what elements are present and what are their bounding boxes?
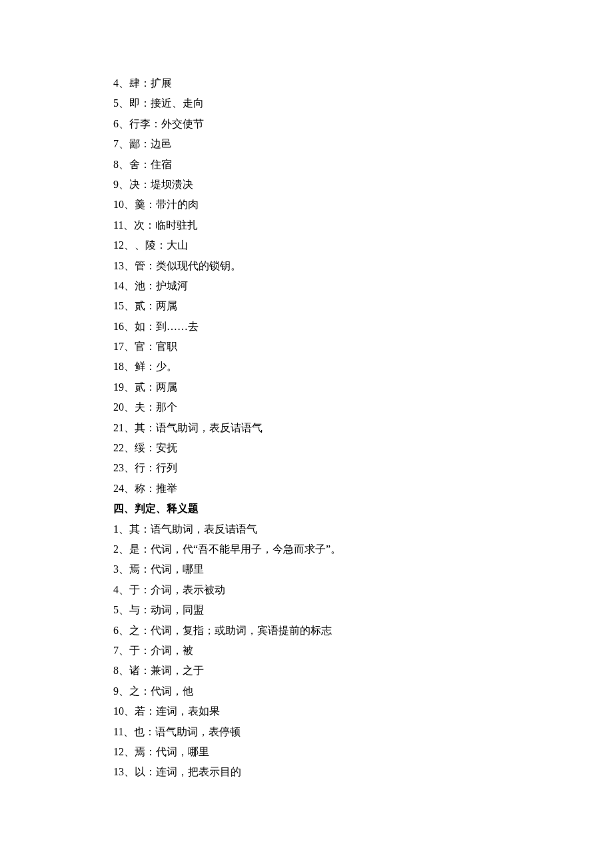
- list-item: 14、池：护城河: [113, 276, 513, 296]
- list-item: 24、称：推举: [113, 479, 513, 499]
- list-item: 23、行：行列: [113, 458, 513, 478]
- list-item: 20、夫：那个: [113, 397, 513, 417]
- list-item: 19、贰：两属: [113, 377, 513, 397]
- list-item: 9、决：堤坝溃决: [113, 175, 513, 195]
- list-item: 21、其：语气助词，表反诘语气: [113, 418, 513, 438]
- list-item: 11、次：临时驻扎: [113, 215, 513, 235]
- list-item: 8、舍：住宿: [113, 155, 513, 175]
- list-item: 2、是：代词，代“吾不能早用子，今急而求子”。: [113, 539, 513, 559]
- section-heading: 四、判定、释义题: [113, 499, 513, 519]
- list-item: 10、若：连词，表如果: [113, 701, 513, 721]
- list-item: 18、鲜：少。: [113, 357, 513, 377]
- list-item: 1、其：语气助词，表反诘语气: [113, 519, 513, 539]
- list-item: 9、之：代词，他: [113, 681, 513, 701]
- list-item: 5、即：接近、走向: [113, 93, 513, 113]
- list-item: 5、与：动词，同盟: [113, 600, 513, 620]
- list-item: 4、肆：扩展: [113, 73, 513, 93]
- list-item: 12、焉：代词，哪里: [113, 742, 513, 762]
- list-item: 11、也：语气助词，表停顿: [113, 722, 513, 742]
- list-item: 6、之：代词，复指；或助词，宾语提前的标志: [113, 621, 513, 641]
- list-item: 3、焉：代词，哪里: [113, 559, 513, 579]
- list-item: 13、以：连词，把表示目的: [113, 762, 513, 782]
- list-item: 8、诸：兼词，之于: [113, 661, 513, 681]
- list-item: 16、如：到……去: [113, 317, 513, 337]
- document-page: 4、肆：扩展 5、即：接近、走向 6、行李：外交使节 7、鄙：边邑 8、舍：住宿…: [0, 0, 613, 868]
- list-item: 10、羹：带汁的肉: [113, 195, 513, 215]
- list-item: 7、于：介词，被: [113, 641, 513, 661]
- list-item: 6、行李：外交使节: [113, 114, 513, 134]
- list-item: 12、、陵：大山: [113, 235, 513, 255]
- list-item: 13、管：类似现代的锁钥。: [113, 256, 513, 276]
- list-item: 4、于：介词，表示被动: [113, 580, 513, 600]
- list-item: 22、绥：安抚: [113, 438, 513, 458]
- list-item: 17、官：官职: [113, 337, 513, 357]
- list-item: 15、贰：两属: [113, 296, 513, 316]
- list-item: 7、鄙：边邑: [113, 134, 513, 154]
